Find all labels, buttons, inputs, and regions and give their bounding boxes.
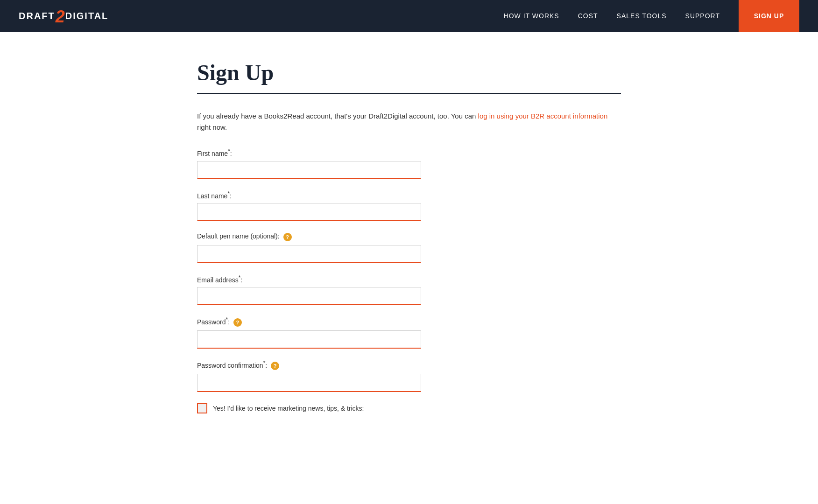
logo-digital-text: DIGITAL	[65, 11, 109, 21]
intro-text-after: right now.	[197, 123, 227, 131]
password-input[interactable]	[197, 330, 421, 349]
title-divider	[197, 93, 621, 94]
navbar: DRAFT 2 DIGITAL HOW IT WORKS COST SALES …	[0, 0, 818, 32]
pen-name-input[interactable]	[197, 245, 421, 263]
logo-draft-text: DRAFT	[19, 11, 55, 21]
nav-links: HOW IT WORKS COST SALES TOOLS SUPPORT SI…	[504, 0, 799, 32]
password-confirmation-help-icon[interactable]: ?	[271, 362, 279, 370]
marketing-checkbox[interactable]	[197, 403, 207, 413]
first-name-label: First name*:	[197, 148, 421, 157]
marketing-checkbox-label: Yes! I'd like to receive marketing news,…	[213, 405, 364, 412]
password-confirmation-label: Password confirmation*: ?	[197, 360, 421, 370]
last-name-group: Last name*:	[197, 190, 421, 222]
password-group: Password*: ?	[197, 316, 421, 349]
password-confirmation-input[interactable]	[197, 374, 421, 392]
main-content: Sign Up If you already have a Books2Read…	[129, 32, 689, 451]
intro-paragraph: If you already have a Books2Read account…	[197, 111, 621, 133]
nav-link-sales-tools[interactable]: SALES TOOLS	[617, 12, 667, 20]
nav-link-support[interactable]: SUPPORT	[685, 12, 720, 20]
marketing-checkbox-wrapper[interactable]	[197, 403, 207, 413]
marketing-checkbox-group: Yes! I'd like to receive marketing news,…	[197, 403, 421, 413]
first-name-input[interactable]	[197, 161, 421, 179]
pen-name-group: Default pen name (optional): ?	[197, 232, 421, 263]
logo-number: 2	[56, 8, 65, 25]
intro-text-before: If you already have a Books2Read account…	[197, 112, 478, 120]
email-input[interactable]	[197, 287, 421, 305]
email-group: Email address*:	[197, 274, 421, 306]
page-title: Sign Up	[197, 60, 621, 85]
nav-link-cost[interactable]: COST	[578, 12, 598, 20]
last-name-input[interactable]	[197, 203, 421, 221]
email-label: Email address*:	[197, 274, 421, 284]
first-name-group: First name*:	[197, 148, 421, 179]
password-confirmation-group: Password confirmation*: ?	[197, 360, 421, 392]
password-label: Password*: ?	[197, 316, 421, 327]
b2r-login-link[interactable]: log in using your B2R account informatio…	[478, 112, 608, 120]
pen-name-label: Default pen name (optional): ?	[197, 232, 421, 241]
nav-link-how-it-works[interactable]: HOW IT WORKS	[504, 12, 559, 20]
nav-signup-button[interactable]: SIGN UP	[739, 0, 799, 32]
logo[interactable]: DRAFT 2 DIGITAL	[19, 7, 108, 24]
signup-form: First name*: Last name*: Default pen nam…	[197, 148, 421, 413]
last-name-label: Last name*:	[197, 190, 421, 200]
pen-name-help-icon[interactable]: ?	[283, 233, 292, 241]
password-help-icon[interactable]: ?	[233, 318, 242, 327]
